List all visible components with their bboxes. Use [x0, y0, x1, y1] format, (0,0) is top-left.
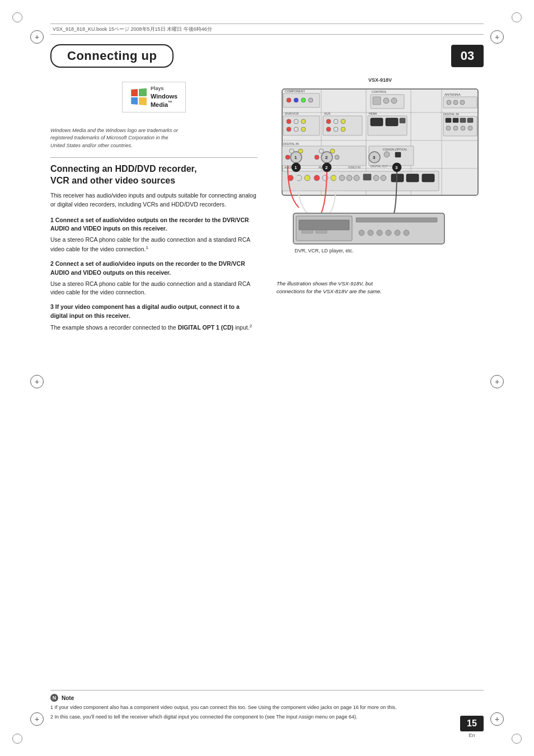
chapter-number: 03	[451, 45, 484, 67]
footnote-2: 2	[250, 323, 252, 328]
svg-text:3: 3	[395, 165, 398, 170]
svg-point-105	[395, 230, 400, 236]
model-label: VSX-918V	[277, 77, 484, 83]
notes-header: N Note	[50, 694, 484, 702]
note-item-1: 1 If your video component also has a com…	[50, 704, 484, 712]
page-number-section: 15 En	[460, 716, 484, 738]
svg-rect-94	[422, 174, 434, 182]
left-column: Plays Windows Media™ Windows Media and t…	[50, 77, 257, 338]
corner-mark-bl	[12, 734, 22, 744]
reg-mark-br	[490, 712, 504, 726]
svg-rect-53	[386, 118, 398, 126]
svg-rect-74	[395, 152, 401, 157]
main-content: Plays Windows Media™ Windows Media and t…	[50, 77, 484, 706]
windows-flag-icon	[131, 88, 147, 105]
svg-point-49	[341, 127, 345, 132]
svg-point-91	[381, 175, 386, 181]
svg-point-101	[359, 230, 364, 236]
svg-rect-17	[460, 118, 466, 123]
svg-text:HDMI: HDMI	[369, 112, 377, 115]
svg-point-72	[384, 152, 390, 157]
svg-rect-16	[453, 118, 458, 123]
svg-text:COAXIAL: COAXIAL	[383, 148, 395, 151]
svg-point-102	[368, 230, 373, 236]
svg-text:COMPONENT: COMPONENT	[285, 90, 305, 93]
flag-red	[131, 90, 138, 97]
svg-point-87	[346, 175, 352, 181]
svg-rect-99	[316, 230, 327, 233]
svg-point-26	[383, 98, 389, 104]
svg-text:ANTENNA: ANTENNA	[444, 93, 461, 96]
svg-point-44	[326, 119, 331, 124]
diagram-caption: The illustration shows the VSX-918V, but…	[277, 280, 484, 296]
svg-text:1: 1	[294, 165, 297, 170]
svg-point-66	[330, 149, 335, 153]
reg-mark-ml	[30, 375, 44, 388]
svg-point-10	[447, 100, 451, 105]
svg-rect-35	[283, 116, 320, 135]
svg-point-32	[301, 98, 306, 102]
section-heading-text: Connecting an HDD/DVD recorder, VCR and …	[50, 164, 196, 185]
svg-rect-89	[363, 174, 371, 180]
step-2-title-text: Connect a set of audio/video inputs on t…	[50, 260, 245, 276]
chapter-header: Connecting up 03	[50, 45, 484, 67]
svg-point-83	[314, 175, 320, 181]
svg-point-12	[460, 100, 465, 105]
svg-text:CONTROL: CONTROL	[372, 90, 387, 93]
svg-point-45	[334, 119, 338, 124]
corner-mark-tr	[512, 12, 522, 22]
footnote-1: 1	[146, 245, 148, 250]
file-info-text: VSX_918_818_KU.book 15ページ 2008年5月15日 木曜日…	[53, 26, 212, 33]
svg-point-106	[404, 230, 409, 236]
step-3-body-text: The example shows a recorder connected t…	[50, 324, 252, 331]
svg-point-27	[391, 98, 397, 104]
reg-mark-tr	[490, 30, 504, 44]
notes-title: Note	[62, 695, 74, 701]
svg-rect-100	[356, 218, 437, 222]
corner-mark-br	[512, 734, 522, 744]
corner-mark-tl	[12, 12, 22, 22]
svg-point-86	[339, 175, 345, 181]
step-1-title: 1 Connect a set of audio/video outputs o…	[50, 216, 257, 234]
reg-mark-tl	[30, 30, 44, 44]
svg-rect-92	[391, 174, 404, 182]
svg-rect-52	[371, 118, 383, 126]
svg-text:DIGITAL IN: DIGITAL IN	[283, 142, 299, 145]
svg-text:2: 2	[325, 165, 328, 170]
svg-text:DIGITAL OUT ——: DIGITAL OUT ——	[371, 165, 394, 168]
svg-point-21	[461, 126, 465, 130]
step-3-number: 3	[50, 303, 55, 310]
plays-label: Plays	[151, 86, 177, 92]
svg-text:DVR/VCR: DVR/VCR	[285, 112, 299, 115]
step-2-number: 2	[50, 260, 55, 267]
svg-point-90	[373, 175, 379, 181]
svg-rect-98	[302, 230, 313, 233]
svg-text:DIGITAL IN: DIGITAL IN	[443, 112, 459, 116]
section-heading: Connecting an HDD/DVD recorder, VCR and …	[50, 163, 257, 187]
svg-text:VIDEO IN: VIDEO IN	[348, 166, 360, 169]
page-lang: En	[469, 732, 475, 738]
file-info-bar: VSX_918_818_KU.book 15ページ 2008年5月15日 木曜日…	[50, 24, 484, 35]
flag-yellow	[139, 97, 147, 105]
svg-point-11	[453, 100, 458, 105]
disclaimer-text: Windows Media and the Windows logo are t…	[50, 128, 178, 148]
svg-point-36	[287, 119, 291, 124]
note-item-2: 2 In this case, you'll need to tell the …	[50, 713, 484, 721]
svg-point-59	[285, 155, 290, 159]
reg-mark-bl	[30, 712, 44, 726]
svg-point-88	[354, 175, 359, 181]
step-3-title-text: If your video component has a digital au…	[50, 303, 240, 319]
svg-point-19	[446, 126, 451, 130]
svg-point-22	[468, 126, 472, 130]
svg-point-65	[319, 149, 324, 153]
svg-point-85	[331, 175, 336, 181]
svg-rect-97	[299, 220, 349, 230]
section-intro: This receiver has audio/video inputs and…	[50, 191, 257, 209]
svg-rect-18	[467, 118, 473, 123]
step-1-title-text: Connect a set of audio/video outputs on …	[50, 217, 249, 232]
svg-rect-25	[373, 97, 381, 105]
svg-point-31	[294, 98, 298, 102]
step-2-title: 2 Connect a set of audio/video inputs on…	[50, 260, 257, 278]
svg-point-104	[386, 230, 391, 236]
right-column: VSX-918V ANTENNA	[277, 77, 484, 300]
